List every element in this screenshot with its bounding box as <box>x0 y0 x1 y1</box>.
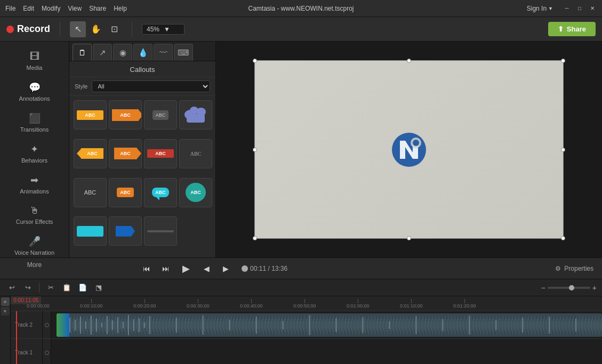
menu-modify[interactable]: Modify <box>42 5 60 12</box>
sidebar-item-annotations[interactable]: 💬 Annotations <box>2 76 67 107</box>
tab-fill[interactable]: 💧 <box>133 44 152 61</box>
crop-tool[interactable]: ⊡ <box>106 21 122 37</box>
tab-arrow[interactable]: ↗ <box>93 44 112 61</box>
share-button[interactable]: ⬆ Share <box>548 22 596 36</box>
svg-rect-28 <box>309 315 310 335</box>
track-2-content[interactable] <box>51 311 602 338</box>
zoom-dropdown-icon[interactable]: ▼ <box>164 26 170 33</box>
paste-button[interactable]: 📄 <box>76 281 89 294</box>
lock-icon-1 <box>45 351 49 355</box>
tab-keyboard[interactable]: ⌨ <box>174 44 193 61</box>
callout-orange-thick[interactable]: ABC <box>109 139 142 168</box>
svg-rect-31 <box>389 321 390 329</box>
media-icon: 🎞 <box>30 51 39 62</box>
callout-blue-speech[interactable]: ABC <box>144 178 177 207</box>
callout-blue-arrow[interactable] <box>109 216 142 246</box>
track-1-content[interactable] <box>51 339 602 364</box>
sidebar-item-behaviors[interactable]: ✦ Behaviors <box>2 138 67 169</box>
handle-bottom-center[interactable] <box>407 236 411 240</box>
callout-line[interactable] <box>144 216 177 246</box>
tab-callout[interactable]: 🗒 <box>73 44 92 61</box>
callout-green-cloud-shape: ABC <box>186 183 206 202</box>
close-button[interactable]: ✕ <box>588 4 597 13</box>
sidebar-item-cursor-effects[interactable]: 🖱 Cursor Effects <box>2 200 67 230</box>
copy-button[interactable]: 📋 <box>60 281 73 294</box>
handle-top-right[interactable] <box>561 59 565 63</box>
sidebar: 🎞 Media 💬 Annotations ⬛ Transitions ✦ Be… <box>0 42 69 257</box>
handle-middle-left[interactable] <box>253 148 257 152</box>
track-2-marker <box>57 313 69 337</box>
menu-file[interactable]: File Edit Modify View Share Help <box>5 5 127 12</box>
select-tool[interactable]: ↖ <box>70 21 86 37</box>
maximize-button[interactable]: □ <box>575 4 584 13</box>
cut-button[interactable]: ✂ <box>44 281 57 294</box>
callout-plain-text-shape: ABC <box>84 189 97 196</box>
sidebar-item-transitions[interactable]: ⬛ Transitions <box>2 107 67 138</box>
zoom-control[interactable]: 45% ▼ <box>142 24 184 35</box>
callout-red-outline[interactable]: ABC <box>144 139 177 168</box>
sidebar-item-voice-narration[interactable]: 🎤 Voice Narration <box>2 230 67 261</box>
callout-teal-bar[interactable] <box>74 216 107 246</box>
menu-help[interactable]: Help <box>114 5 127 12</box>
timeline-ruler: 0:00:11:05 0:00:00;00 0:00:10;00 0:00:20… <box>11 296 602 311</box>
timeline-toolbar-sep <box>39 283 39 293</box>
add-track-button[interactable]: + <box>1 297 10 306</box>
menu-edit[interactable]: Edit <box>23 5 34 12</box>
ruler-tick-7: 0:01:10;00 <box>400 299 423 309</box>
handle-top-left[interactable] <box>253 59 257 63</box>
menu-view[interactable]: View <box>68 5 82 12</box>
track-2-lock[interactable] <box>43 311 51 338</box>
zoom-track[interactable] <box>548 287 590 289</box>
sign-in-button[interactable]: Sign In▼ <box>527 5 553 12</box>
menu-file[interactable]: File <box>5 5 15 12</box>
redo-button[interactable]: ↪ <box>21 281 34 294</box>
ruler-tick-5: 0:00:50;00 <box>293 299 316 309</box>
callout-blue-speech-shape: ABC <box>152 188 169 197</box>
split-button[interactable]: ⬔ <box>92 281 105 294</box>
undo-button[interactable]: ↩ <box>5 281 18 294</box>
callout-gray-rounded[interactable]: ABC <box>144 100 177 130</box>
sidebar-more-button[interactable]: More <box>0 261 69 269</box>
timeline-collapse-strip: + ▾ <box>0 296 11 364</box>
callout-orange-rounded[interactable]: ABC <box>109 178 142 207</box>
callout-yellow-banner[interactable]: ABC <box>74 100 107 130</box>
callout-plain-text[interactable]: ABC <box>74 178 107 207</box>
zoom-out-button[interactable]: − <box>541 284 545 292</box>
tool-group: ↖ ✋ ⊡ <box>70 21 122 37</box>
tab-path[interactable]: 〰 <box>154 44 173 61</box>
menu-share[interactable]: Share <box>89 5 106 12</box>
scrubber-handle[interactable] <box>242 265 248 272</box>
track-1-lock[interactable] <box>43 339 51 364</box>
play-button[interactable]: ▶ <box>178 260 195 277</box>
callout-yellow-left-arrow[interactable]: ABC <box>74 139 107 168</box>
tab-circle[interactable]: ◉ <box>113 44 132 61</box>
zoom-in-button[interactable]: + <box>592 284 597 292</box>
properties-button[interactable]: ⚙ Properties <box>555 265 593 272</box>
callouts-grid: ABC ABC ABC ABC ABC <box>69 96 215 257</box>
handle-top-center[interactable] <box>407 59 411 63</box>
prev-marker-button[interactable]: ◀ <box>199 261 214 276</box>
pan-tool[interactable]: ✋ <box>88 21 104 37</box>
next-marker-button[interactable]: ▶ <box>218 261 233 276</box>
svg-rect-35 <box>495 320 496 330</box>
callout-orange-arrow-right[interactable]: ABC <box>109 100 142 130</box>
collapse-button[interactable]: ▾ <box>1 307 10 316</box>
toolbar-separator-2 <box>132 22 132 37</box>
minimize-button[interactable]: ─ <box>563 4 571 13</box>
callout-simple-text-shape: ABC <box>190 151 202 157</box>
callout-simple-text[interactable]: ABC <box>179 139 212 168</box>
style-select[interactable]: All Basic Sketch Annotations <box>92 80 210 92</box>
callout-green-cloud[interactable]: ABC <box>179 178 212 207</box>
record-button[interactable]: Record <box>6 23 50 35</box>
zoom-thumb[interactable] <box>569 285 574 290</box>
step-back-button[interactable]: ⏮ <box>139 261 154 276</box>
step-forward-button[interactable]: ⏭ <box>158 261 173 276</box>
sidebar-item-media[interactable]: 🎞 Media <box>2 46 67 76</box>
callout-orange-thick-shape: ABC <box>114 148 137 159</box>
sidebar-item-animations[interactable]: ➡ Animations <box>2 169 67 200</box>
handle-bottom-left[interactable] <box>253 236 257 240</box>
callout-cloud[interactable] <box>179 100 212 130</box>
track-2-clip[interactable] <box>69 313 602 337</box>
handle-bottom-right[interactable] <box>561 236 565 240</box>
handle-middle-right[interactable] <box>561 148 565 152</box>
